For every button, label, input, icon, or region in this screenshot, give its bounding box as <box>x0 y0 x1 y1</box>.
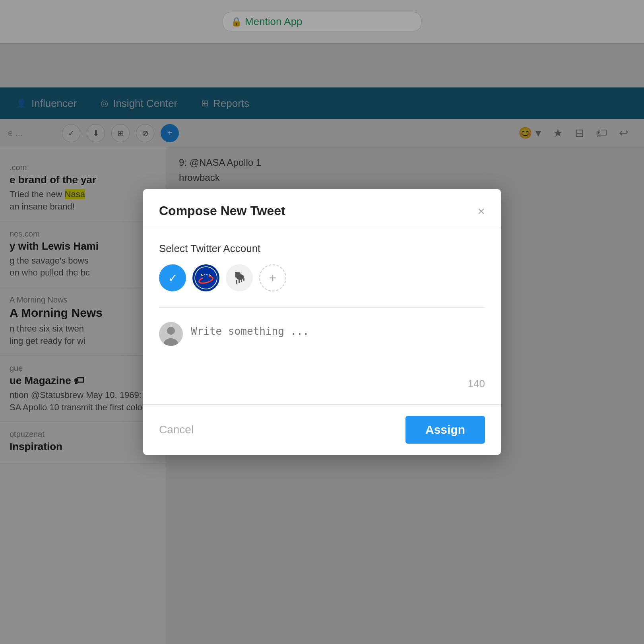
account-nasa[interactable]: NASA <box>192 264 219 291</box>
divider <box>159 307 485 308</box>
svg-point-8 <box>237 272 241 276</box>
account-burberry[interactable] <box>226 264 253 291</box>
cancel-button[interactable]: Cancel <box>159 423 194 436</box>
svg-rect-11 <box>241 279 242 282</box>
compose-tweet-modal: Compose New Tweet × Select Twitter Accou… <box>143 189 501 455</box>
svg-rect-9 <box>236 280 237 284</box>
svg-point-4 <box>203 275 209 281</box>
burberry-logo-icon <box>227 266 251 290</box>
plus-icon: + <box>269 271 277 285</box>
add-account-button[interactable]: + <box>259 264 286 291</box>
avatar <box>159 322 183 346</box>
account-selected[interactable]: ✓ <box>159 264 186 291</box>
modal-footer: Cancel Assign <box>143 404 501 455</box>
modal-body: Select Twitter Account ✓ NASA <box>143 228 501 404</box>
twitter-accounts: ✓ NASA <box>159 264 485 291</box>
svg-rect-12 <box>243 278 244 281</box>
user-avatar-icon <box>159 322 183 346</box>
modal-close-button[interactable]: × <box>477 205 485 217</box>
modal-header: Compose New Tweet × <box>143 189 501 228</box>
tweet-input[interactable] <box>191 322 485 362</box>
nasa-logo-icon: NASA <box>194 266 218 290</box>
compose-area <box>159 322 485 370</box>
check-icon: ✓ <box>168 272 177 285</box>
select-account-label: Select Twitter Account <box>159 242 485 255</box>
modal-title: Compose New Tweet <box>159 204 285 218</box>
svg-rect-10 <box>239 279 240 283</box>
assign-button[interactable]: Assign <box>405 416 485 444</box>
char-count: 140 <box>159 378 485 390</box>
svg-point-14 <box>167 327 175 335</box>
